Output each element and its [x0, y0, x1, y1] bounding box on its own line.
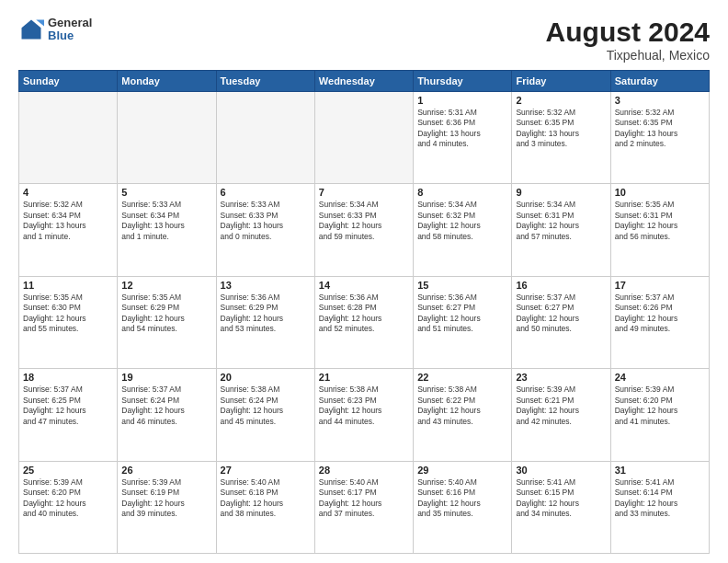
logo-text: General Blue: [48, 17, 92, 43]
calendar-title: August 2024: [546, 17, 710, 48]
calendar-cell: 14Sunrise: 5:36 AM Sunset: 6:28 PM Dayli…: [314, 276, 413, 368]
day-number: 21: [319, 372, 409, 383]
day-number: 8: [417, 187, 507, 198]
day-number: 24: [615, 372, 705, 383]
day-number: 3: [615, 95, 705, 106]
weekday-header-tuesday: Tuesday: [216, 71, 314, 92]
day-number: 20: [221, 372, 311, 383]
day-number: 17: [615, 280, 705, 291]
day-info: Sunrise: 5:35 AM Sunset: 6:31 PM Dayligh…: [615, 200, 705, 242]
calendar-week-5: 25Sunrise: 5:39 AM Sunset: 6:20 PM Dayli…: [19, 461, 710, 553]
day-info: Sunrise: 5:34 AM Sunset: 6:31 PM Dayligh…: [516, 200, 606, 242]
calendar-cell: 25Sunrise: 5:39 AM Sunset: 6:20 PM Dayli…: [19, 461, 118, 553]
day-number: 28: [319, 465, 409, 476]
day-number: 1: [417, 95, 507, 106]
day-info: Sunrise: 5:40 AM Sunset: 6:16 PM Dayligh…: [417, 477, 507, 520]
calendar-cell: 4Sunrise: 5:32 AM Sunset: 6:34 PM Daylig…: [19, 184, 118, 276]
calendar-cell: [118, 92, 216, 184]
day-number: 13: [221, 280, 311, 291]
logo-general: General: [48, 17, 92, 29]
day-number: 15: [417, 280, 507, 291]
calendar-cell: 2Sunrise: 5:32 AM Sunset: 6:35 PM Daylig…: [512, 92, 610, 184]
calendar-cell: 12Sunrise: 5:35 AM Sunset: 6:29 PM Dayli…: [118, 276, 216, 368]
day-info: Sunrise: 5:32 AM Sunset: 6:35 PM Dayligh…: [516, 108, 606, 150]
day-number: 31: [615, 465, 705, 476]
calendar-cell: 24Sunrise: 5:39 AM Sunset: 6:20 PM Dayli…: [610, 369, 709, 461]
day-number: 23: [516, 372, 606, 383]
day-number: 14: [319, 280, 409, 291]
logo-blue: Blue: [48, 29, 92, 42]
day-number: 4: [23, 187, 113, 198]
day-number: 16: [516, 280, 606, 291]
weekday-header-monday: Monday: [118, 71, 216, 92]
calendar-cell: 27Sunrise: 5:40 AM Sunset: 6:18 PM Dayli…: [216, 461, 314, 553]
day-info: Sunrise: 5:39 AM Sunset: 6:20 PM Dayligh…: [615, 385, 705, 427]
calendar-cell: 20Sunrise: 5:38 AM Sunset: 6:24 PM Dayli…: [216, 369, 314, 461]
calendar-subtitle: Tixpehual, Mexico: [546, 48, 710, 63]
weekday-header-thursday: Thursday: [414, 71, 512, 92]
calendar-week-1: 1Sunrise: 5:31 AM Sunset: 6:36 PM Daylig…: [19, 92, 710, 184]
calendar-cell: 18Sunrise: 5:37 AM Sunset: 6:25 PM Dayli…: [19, 369, 118, 461]
calendar-cell: 6Sunrise: 5:33 AM Sunset: 6:33 PM Daylig…: [216, 184, 314, 276]
day-number: 10: [615, 187, 705, 198]
calendar-cell: 30Sunrise: 5:41 AM Sunset: 6:15 PM Dayli…: [512, 461, 610, 553]
weekday-header-saturday: Saturday: [610, 71, 709, 92]
day-info: Sunrise: 5:37 AM Sunset: 6:27 PM Dayligh…: [516, 293, 606, 335]
calendar-cell: 16Sunrise: 5:37 AM Sunset: 6:27 PM Dayli…: [512, 276, 610, 368]
day-info: Sunrise: 5:39 AM Sunset: 6:21 PM Dayligh…: [516, 385, 606, 427]
day-info: Sunrise: 5:38 AM Sunset: 6:22 PM Dayligh…: [417, 385, 507, 427]
calendar-cell: 3Sunrise: 5:32 AM Sunset: 6:35 PM Daylig…: [610, 92, 709, 184]
calendar-cell: 26Sunrise: 5:39 AM Sunset: 6:19 PM Dayli…: [118, 461, 216, 553]
calendar-cell: 5Sunrise: 5:33 AM Sunset: 6:34 PM Daylig…: [118, 184, 216, 276]
day-info: Sunrise: 5:38 AM Sunset: 6:24 PM Dayligh…: [221, 385, 311, 427]
calendar-cell: 9Sunrise: 5:34 AM Sunset: 6:31 PM Daylig…: [512, 184, 610, 276]
calendar-week-2: 4Sunrise: 5:32 AM Sunset: 6:34 PM Daylig…: [19, 184, 710, 276]
calendar-cell: 17Sunrise: 5:37 AM Sunset: 6:26 PM Dayli…: [610, 276, 709, 368]
day-info: Sunrise: 5:40 AM Sunset: 6:17 PM Dayligh…: [319, 477, 409, 520]
calendar-cell: 31Sunrise: 5:41 AM Sunset: 6:14 PM Dayli…: [610, 461, 709, 553]
svg-marker-0: [22, 20, 41, 40]
calendar-cell: 19Sunrise: 5:37 AM Sunset: 6:24 PM Dayli…: [118, 369, 216, 461]
day-number: 11: [23, 280, 113, 291]
day-number: 27: [221, 465, 311, 476]
calendar-week-4: 18Sunrise: 5:37 AM Sunset: 6:25 PM Dayli…: [19, 369, 710, 461]
calendar-cell: 22Sunrise: 5:38 AM Sunset: 6:22 PM Dayli…: [414, 369, 512, 461]
day-number: 29: [417, 465, 507, 476]
day-number: 18: [23, 372, 113, 383]
calendar-cell: 13Sunrise: 5:36 AM Sunset: 6:29 PM Dayli…: [216, 276, 314, 368]
calendar-cell: 29Sunrise: 5:40 AM Sunset: 6:16 PM Dayli…: [414, 461, 512, 553]
day-info: Sunrise: 5:41 AM Sunset: 6:15 PM Dayligh…: [516, 477, 606, 520]
day-info: Sunrise: 5:39 AM Sunset: 6:19 PM Dayligh…: [121, 477, 211, 520]
weekday-header-wednesday: Wednesday: [314, 71, 413, 92]
calendar-cell: 28Sunrise: 5:40 AM Sunset: 6:17 PM Dayli…: [314, 461, 413, 553]
calendar-cell: 1Sunrise: 5:31 AM Sunset: 6:36 PM Daylig…: [414, 92, 512, 184]
day-info: Sunrise: 5:36 AM Sunset: 6:28 PM Dayligh…: [319, 293, 409, 335]
calendar-cell: 15Sunrise: 5:36 AM Sunset: 6:27 PM Dayli…: [414, 276, 512, 368]
calendar-week-3: 11Sunrise: 5:35 AM Sunset: 6:30 PM Dayli…: [19, 276, 710, 368]
day-info: Sunrise: 5:37 AM Sunset: 6:25 PM Dayligh…: [23, 385, 113, 427]
day-info: Sunrise: 5:33 AM Sunset: 6:33 PM Dayligh…: [221, 200, 311, 242]
calendar-cell: 11Sunrise: 5:35 AM Sunset: 6:30 PM Dayli…: [19, 276, 118, 368]
logo: General Blue: [18, 17, 92, 43]
day-info: Sunrise: 5:35 AM Sunset: 6:30 PM Dayligh…: [23, 293, 113, 335]
day-info: Sunrise: 5:31 AM Sunset: 6:36 PM Dayligh…: [417, 108, 507, 150]
day-number: 25: [23, 465, 113, 476]
weekday-header-sunday: Sunday: [19, 71, 118, 92]
day-info: Sunrise: 5:34 AM Sunset: 6:33 PM Dayligh…: [319, 200, 409, 242]
day-info: Sunrise: 5:37 AM Sunset: 6:26 PM Dayligh…: [615, 293, 705, 335]
day-info: Sunrise: 5:36 AM Sunset: 6:27 PM Dayligh…: [417, 293, 507, 335]
day-number: 26: [121, 465, 211, 476]
logo-icon: [18, 17, 44, 42]
day-number: 22: [417, 372, 507, 383]
calendar-cell: [314, 92, 413, 184]
day-info: Sunrise: 5:32 AM Sunset: 6:34 PM Dayligh…: [23, 200, 113, 242]
page: General Blue August 2024 Tixpehual, Mexi…: [0, 0, 728, 563]
day-number: 12: [121, 280, 211, 291]
day-number: 5: [121, 187, 211, 198]
day-info: Sunrise: 5:35 AM Sunset: 6:29 PM Dayligh…: [121, 293, 211, 335]
weekday-header-row: SundayMondayTuesdayWednesdayThursdayFrid…: [19, 71, 710, 92]
calendar-cell: [19, 92, 118, 184]
day-number: 30: [516, 465, 606, 476]
calendar-cell: 10Sunrise: 5:35 AM Sunset: 6:31 PM Dayli…: [610, 184, 709, 276]
day-info: Sunrise: 5:36 AM Sunset: 6:29 PM Dayligh…: [221, 293, 311, 335]
